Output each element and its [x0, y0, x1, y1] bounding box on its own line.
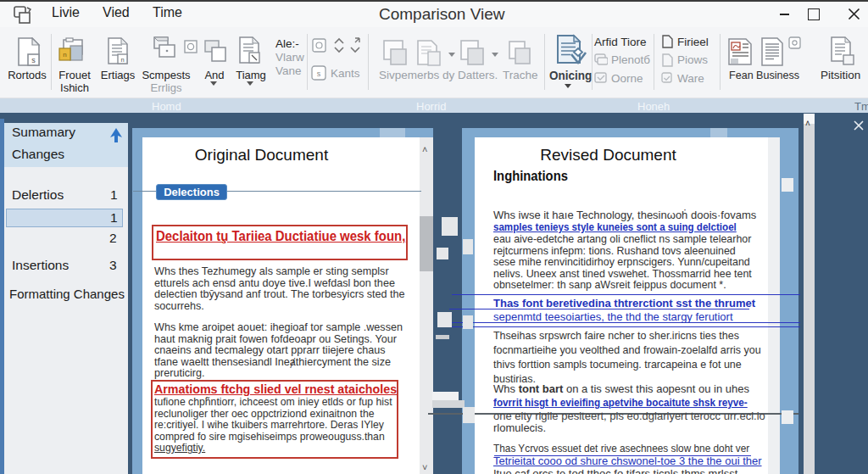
svg-text:s: s — [31, 56, 36, 64]
svg-text:s: s — [317, 70, 321, 78]
svg-text:n: n — [120, 56, 124, 64]
svg-text:n: n — [63, 51, 66, 59]
